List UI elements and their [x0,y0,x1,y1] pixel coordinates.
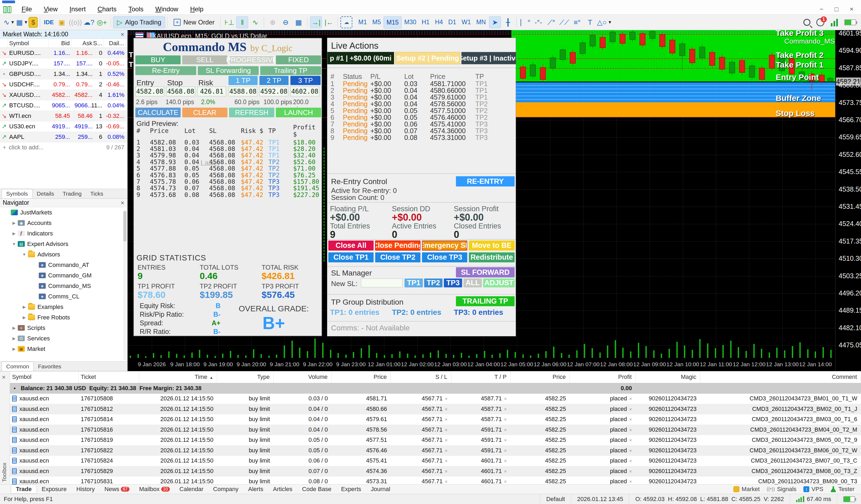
expand-arrow-icon[interactable]: ▶ [11,326,17,330]
remove-tp-icon[interactable]: × [504,427,507,433]
service-button[interactable]: Signals [767,486,796,493]
column-symbol[interactable]: Symbol [10,371,79,383]
market-store-icon[interactable]: ▣ [56,16,68,28]
trendline-tool-icon[interactable]: ⟋° [545,16,557,28]
notifications-icon[interactable]: 1 [816,18,824,26]
maximize-icon[interactable]: □ [832,5,840,13]
toolbox-tab[interactable]: Calendar [175,485,208,493]
remove-tp-icon[interactable]: × [504,407,507,412]
market-watch-tab[interactable]: Details [32,189,58,198]
trade-order-row[interactable]: xauusd.ecn 1767105814 2026.01.12 14:15:5… [10,414,861,425]
calculate-button[interactable]: CALCULATE [135,108,181,117]
trade-order-row[interactable]: xauusd.ecn 1767105822 2026.01.12 14:15:5… [10,445,861,456]
tp2-price-field[interactable] [259,87,288,96]
minimize-icon[interactable]: − [817,5,825,13]
trade-order-row[interactable]: xauusd.ecn 1767105812 2026.01.12 14:15:5… [10,404,861,414]
auto-scroll-icon[interactable]: |← [323,16,335,28]
menu-item[interactable]: File [16,4,38,14]
navigator-item[interactable]: Commando_AT [0,260,127,270]
candlestick-mode-icon[interactable]: ‖ [236,16,248,28]
timeframe-button[interactable]: M1 [356,16,370,28]
sl-tp2-button[interactable]: TP2 [424,278,442,287]
toolbox-tab[interactable]: Trade [11,485,37,494]
cancel-order-icon[interactable]: × [629,479,632,485]
navigator-item[interactable]: ▼ Advisors [0,249,127,260]
new-order-button[interactable]: + New Order [170,16,218,28]
column-comment[interactable]: Comment [700,371,861,383]
expand-arrow-icon[interactable]: ▶ [11,231,17,236]
fixed-button[interactable]: FIXED [276,55,321,64]
tp2-mode-button[interactable]: 2 TP [259,76,288,85]
line-chart-mode-icon[interactable]: ∿ [249,16,261,28]
remove-sl-icon[interactable]: × [445,479,448,485]
navigator-item[interactable]: JustMarkets [0,207,127,218]
toolbox-tab[interactable]: History [72,485,99,493]
vertical-line-tool-icon[interactable]: ⎸° [519,16,531,28]
close-icon[interactable]: × [121,199,124,207]
scrollbar[interactable] [123,211,126,360]
chart-style-icon[interactable]: ∿▼ [3,16,15,28]
performance-level-icon[interactable] [830,18,838,26]
market-watch-row[interactable]: USDCHF.... 0.79... 0.79... 2 -0.46... [0,79,127,90]
toolbox-tab[interactable]: News 67 [99,485,134,493]
market-watch-row[interactable]: AAPL 259... 259... 6 0.08% [0,132,127,142]
menu-item[interactable]: View [38,4,64,14]
market-watch-row[interactable]: US30.ecn 4919... 4919... 13 -0.69... [0,121,127,132]
expand-arrow-icon[interactable]: ▶ [11,221,17,226]
click-to-add-row[interactable]: + click to add... 9 / 267 [0,142,127,153]
market-watch-tab[interactable]: Ticks [86,189,107,198]
market-watch-row[interactable]: WTI.ecn 58.45 58.46 1 -0.32... [0,111,127,121]
remove-sl-icon[interactable]: × [445,427,448,433]
column-profit[interactable]: Profit [570,371,636,383]
re-entry-toggle-button[interactable]: Re-Entry [135,66,196,75]
cursor-tool-icon[interactable]: ➤ [489,16,501,28]
trailing-tp-toggle-button[interactable]: Trailing TP [260,66,321,75]
close-tp3-button[interactable]: Close TP3 [422,253,467,262]
column-tp[interactable]: T / P [451,371,510,383]
column-volume[interactable]: Volume [274,371,332,383]
navigator-item[interactable]: Comms_CL [0,291,127,302]
emergency-sl-button[interactable]: Emergency SL [422,241,467,250]
cancel-order-icon[interactable]: × [629,407,632,412]
menu-item[interactable]: Tools [122,4,149,14]
navigator-item[interactable]: ▶ Accounts [0,218,127,228]
entry-price-field[interactable] [135,87,164,96]
timeframe-button[interactable]: M30 [401,16,419,28]
navigator-item[interactable]: Commando_MS [0,281,127,291]
toolbox-tab[interactable]: Experts [336,485,366,493]
sell-button[interactable]: SELL [182,55,228,64]
cancel-order-icon[interactable]: × [629,437,632,443]
refresh-button[interactable]: REFRESH [229,108,274,117]
timeframe-button[interactable]: MN [474,16,489,28]
new-chart-icon[interactable]: ▦▼ [16,16,28,28]
signals-icon[interactable]: ((o)) [69,16,82,28]
column-header-ask[interactable]: Ask [72,39,94,47]
column-time[interactable]: Time [139,371,217,383]
remove-tp-icon[interactable]: × [504,396,507,401]
navigator-item[interactable]: ▶ Indicators [0,228,127,239]
expand-arrow-icon[interactable]: ▶ [21,315,27,320]
chevron-down-icon[interactable]: ▼ [24,20,28,25]
remove-tp-icon[interactable]: × [504,437,507,443]
clear-button[interactable]: CLEAR [182,108,228,117]
navigator-item[interactable]: ▶ Services [0,333,127,344]
menu-item[interactable]: Charts [92,4,122,14]
market-watch-row[interactable]: BTCUSD.... 9065... 9066... 11... 0.04% [0,100,127,111]
timeframe-button[interactable]: H1 [419,16,432,28]
remove-sl-icon[interactable]: × [445,448,448,453]
channel-tool-icon[interactable]: ⟋⟋ [558,16,570,28]
bar-chart-mode-icon[interactable]: ⊦⊥ [223,16,235,28]
remove-sl-icon[interactable]: × [445,437,448,443]
trade-order-row[interactable]: xauusd.ecn 1767105819 2026.01.12 14:15:5… [10,435,861,446]
menu-item[interactable]: Window [149,4,184,14]
tp3-price-field[interactable] [290,87,319,96]
zoom-in-icon[interactable]: ⊕ [267,16,278,28]
chevron-down-icon[interactable]: ▼ [11,20,15,25]
column-ticket[interactable]: Ticket [79,371,139,383]
setup2-tab[interactable]: Setup #2 | Pending [395,52,460,64]
menu-item[interactable]: Insert [64,4,92,14]
trailing-tp-button[interactable]: TRAILING TP [456,296,515,306]
re-entry-button[interactable]: RE-ENTRY [456,176,515,187]
close-tp1-button[interactable]: Close TP1 [328,253,373,262]
navigator-item[interactable]: ▼ Expert Advisors [0,239,127,249]
